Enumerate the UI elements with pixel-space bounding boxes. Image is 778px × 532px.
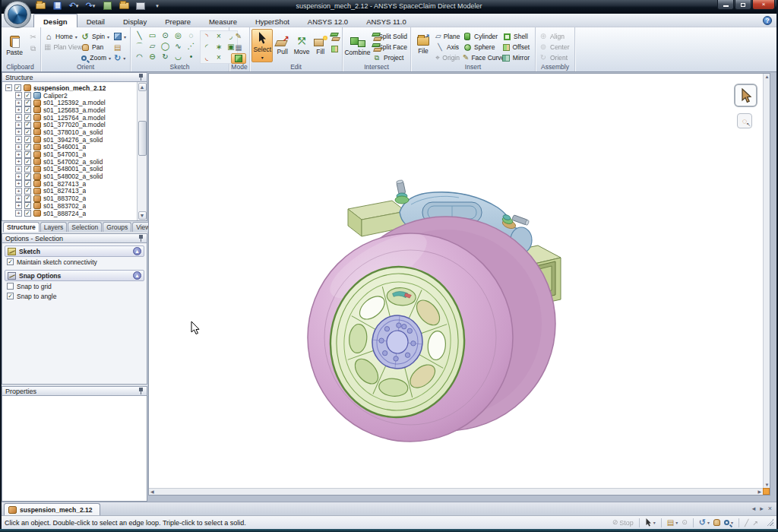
sketch-edit-icon[interactable]: ∗	[213, 42, 225, 52]
sketch-tool-icon[interactable]: ▱	[146, 41, 159, 52]
project-button[interactable]: ⧉Project	[371, 52, 409, 63]
stop-button[interactable]: ⊘Stop	[612, 519, 634, 527]
sketch-tool-icon[interactable]: ↻	[159, 52, 172, 62]
save-icon[interactable]	[52, 1, 62, 11]
scroll-right-icon[interactable]: ▶	[757, 489, 761, 494]
collapse-section-icon[interactable]: ▲	[133, 247, 141, 255]
ribbon-tab[interactable]: Design	[33, 14, 77, 27]
option-checkbox[interactable]	[7, 258, 14, 265]
zoom-button[interactable]: Zoom▾	[79, 52, 112, 63]
scroll-down-icon[interactable]: ▼	[138, 211, 147, 220]
center-button[interactable]: ⊚Center	[537, 42, 572, 52]
expand-icon[interactable]: +	[15, 106, 22, 113]
maximize-button[interactable]	[735, 0, 751, 10]
pull-button[interactable]: ↗ Pull	[273, 29, 292, 62]
expand-icon[interactable]: +	[15, 128, 22, 135]
expand-icon[interactable]: +	[15, 151, 22, 158]
tree-item[interactable]: + s01_378010_a_solid	[5, 128, 136, 136]
scroll-up-icon[interactable]: ▲	[138, 83, 147, 91]
view-rotate-button[interactable]: ↻▾	[112, 52, 128, 63]
visibility-checkbox[interactable]	[24, 158, 31, 165]
view-sheets-button[interactable]: ▤	[112, 42, 128, 52]
sketch-edit-icon[interactable]: ×	[213, 52, 225, 63]
tab-scroll-right-icon[interactable]: ▸	[760, 505, 764, 512]
split-face-button[interactable]: Split Face	[371, 42, 409, 52]
orient-button[interactable]: ↻Orient	[537, 52, 572, 63]
split-solid-button[interactable]: Split Solid	[371, 31, 409, 42]
document-tab[interactable]: suspension_mech_2.12	[4, 503, 100, 516]
model-bolt-left[interactable]	[396, 179, 406, 194]
face-curve-button[interactable]: ✎Face Curve	[461, 52, 501, 63]
ribbon-tab[interactable]: ANSYS 11.0	[357, 14, 416, 27]
visibility-checkbox[interactable]	[24, 210, 31, 217]
viewport-resize-corner[interactable]	[763, 488, 770, 495]
tree-root-item[interactable]: − suspension_mech_2.12	[5, 84, 136, 92]
tree-item[interactable]: + s01_883702_a	[5, 195, 136, 202]
pin-icon[interactable]	[138, 74, 144, 81]
ribbon-tab[interactable]: ANSYS 12.0	[299, 14, 357, 27]
help-icon[interactable]: ?	[763, 16, 772, 25]
tree-item[interactable]: + s01_377020_a.model	[5, 121, 136, 128]
expand-icon[interactable]: +	[15, 202, 22, 209]
ribbon-tab[interactable]: HyperShot	[246, 14, 299, 27]
viewport[interactable]: ◌ ▲ ▼ ◀ ▶	[148, 73, 770, 496]
panel-tab[interactable]: Groups	[103, 222, 131, 232]
option-checkbox[interactable]	[7, 283, 14, 290]
scroll-down-icon[interactable]: ▼	[764, 483, 770, 487]
model-canvas[interactable]	[149, 74, 770, 495]
cut-icon[interactable]: ✂	[28, 32, 38, 41]
visibility-checkbox[interactable]	[24, 114, 31, 121]
visibility-checkbox[interactable]	[24, 195, 31, 202]
tree-item[interactable]: + s01_827413_a	[5, 188, 136, 195]
sketch-tool-icon[interactable]: ╲	[133, 30, 146, 41]
sketch-tool-icon[interactable]: ◯	[159, 41, 172, 52]
ribbon-tab[interactable]: Prepare	[156, 14, 200, 27]
tree-scrollbar[interactable]: ▲ ▼	[137, 82, 147, 220]
visibility-checkbox[interactable]	[24, 188, 31, 195]
expand-icon[interactable]: +	[15, 166, 22, 173]
combine-button[interactable]: Combine	[344, 29, 371, 62]
edit-faces-icon[interactable]	[330, 44, 340, 53]
status-pan-tool[interactable]	[713, 519, 720, 526]
sketch-tool-icon[interactable]: ∿	[172, 41, 185, 52]
align-button[interactable]: ⊕Align	[537, 31, 572, 42]
status-line-tool[interactable]: ╱	[745, 519, 748, 527]
solid-mode-button[interactable]	[231, 53, 246, 64]
tree-item[interactable]: + s01_125392_a.model	[5, 99, 136, 106]
visibility-checkbox[interactable]	[24, 92, 31, 99]
redo-icon[interactable]: ↷▾	[85, 1, 96, 11]
minimize-button[interactable]	[717, 0, 734, 10]
visibility-checkbox[interactable]	[24, 106, 31, 113]
panel-tab[interactable]: Structure	[3, 222, 40, 232]
collapse-section-icon[interactable]: ▲	[133, 271, 141, 280]
viewport-vertical-scrollbar[interactable]: ▲ ▼	[763, 74, 770, 488]
sketch-tool-icon[interactable]: ◡	[172, 52, 185, 62]
visibility-checkbox[interactable]	[24, 166, 31, 173]
select-button[interactable]: Select ▾	[251, 29, 273, 62]
expand-icon[interactable]: +	[15, 173, 22, 180]
pan-button[interactable]: Pan	[79, 42, 112, 52]
visibility-checkbox[interactable]	[24, 128, 31, 135]
scroll-left-icon[interactable]: ◀	[150, 489, 154, 494]
visibility-checkbox[interactable]	[24, 136, 31, 143]
tree-item[interactable]: + Caliper2	[5, 92, 136, 100]
panel-tab[interactable]: Selection	[68, 222, 102, 232]
visibility-checkbox[interactable]	[14, 84, 21, 91]
tree-item[interactable]: + s01_548002_a_solid	[5, 173, 136, 180]
close-button[interactable]: ×	[752, 0, 775, 10]
ribbon-tab[interactable]: Detail	[77, 14, 114, 27]
origin-button[interactable]: ⌖Origin	[434, 52, 461, 63]
open-icon[interactable]	[35, 1, 46, 11]
copy-icon[interactable]: ⧉	[28, 44, 38, 53]
viewport-lasso-button[interactable]: ◌	[737, 113, 752, 128]
open-document-icon[interactable]	[119, 1, 129, 11]
file-button[interactable]: File	[413, 29, 434, 62]
offset-button[interactable]: Offset	[501, 42, 531, 52]
tree-item[interactable]: + s01_394276_a_solid	[5, 136, 136, 144]
tree-item[interactable]: + s01_546001_a	[5, 144, 136, 151]
scroll-thumb[interactable]	[138, 121, 147, 156]
expand-icon[interactable]: +	[15, 100, 22, 106]
sketch-tool-icon[interactable]: ⊖	[146, 52, 159, 62]
cylinder-button[interactable]: Cylinder	[461, 31, 501, 42]
visibility-checkbox[interactable]	[24, 151, 31, 158]
